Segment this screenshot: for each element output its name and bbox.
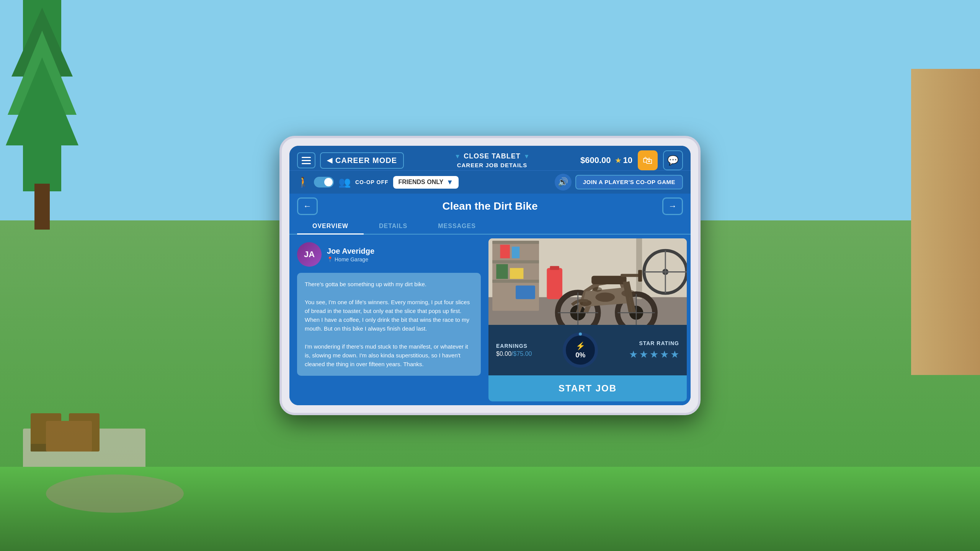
star-rating-label: STAR RATING <box>639 340 679 346</box>
start-job-label: START JOB <box>559 383 617 394</box>
svg-rect-37 <box>638 270 642 282</box>
coop-right: 🔊 JOIN A PLAYER'S CO-OP GAME <box>555 174 683 191</box>
stars-count: 10 <box>623 155 632 165</box>
friends-option-text: FRIENDS ONLY <box>399 179 444 186</box>
hamburger-button[interactable] <box>297 152 315 168</box>
avatar-initials: JA <box>304 249 315 259</box>
message-paragraph-3: I'm wondering if there's mud stuck to th… <box>305 342 473 369</box>
star-2: ★ <box>639 349 648 360</box>
header-center: ▼ CLOSE TABLET ▼ CAREER JOB DETAILS <box>454 152 529 168</box>
svg-rect-15 <box>492 260 539 263</box>
svg-rect-22 <box>550 266 559 270</box>
world-globe-icon: 🔊 <box>558 177 568 187</box>
close-tablet-label[interactable]: CLOSE TABLET <box>464 152 521 160</box>
left-arrow-icon: ← <box>303 201 312 211</box>
star-icon: ★ <box>615 156 622 165</box>
tab-details-label: DETAILS <box>379 223 407 229</box>
svg-rect-16 <box>492 280 539 283</box>
multi-player-icon: 👥 <box>338 176 351 188</box>
single-player-icon: 🚶 <box>297 176 309 188</box>
earnings-max: $75.00 <box>513 350 532 357</box>
svg-rect-21 <box>547 268 562 299</box>
job-title: Clean the Dirt Bike <box>318 200 662 212</box>
friends-dropdown[interactable]: FRIENDS ONLY ▼ <box>393 176 459 189</box>
earnings-section: EARNINGS $0.00/$75.00 <box>496 343 532 357</box>
header: ◀ CAREER MODE ▼ CLOSE TABLET ▼ CAREER JO… <box>289 146 691 170</box>
left-panel: JA Joe Averidge 📍 Home Garage There's go… <box>289 235 488 405</box>
start-job-button[interactable]: START JOB <box>488 375 687 401</box>
path <box>38 436 191 513</box>
header-right: $600.00 ★ 10 🛍 💬 <box>580 150 683 170</box>
coop-toggle[interactable] <box>314 177 334 187</box>
svg-point-41 <box>593 287 602 292</box>
hamburger-line-2 <box>302 160 311 161</box>
svg-rect-36 <box>621 274 640 277</box>
stars-badge: ★ 10 <box>615 155 632 165</box>
hamburger-line-3 <box>302 163 311 164</box>
progress-inner: ⚡ 0% <box>575 341 585 359</box>
svg-point-10 <box>46 474 184 513</box>
coop-bar: 🚶 👥 CO-OP OFF FRIENDS ONLY ▼ 🔊 JOIN A PL… <box>289 170 691 194</box>
chat-icon: 💬 <box>667 155 679 166</box>
lightning-icon: ⚡ <box>576 341 585 350</box>
client-message-box: There's gotta be something up with my di… <box>297 273 481 376</box>
balance-stars: $600.00 ★ 10 <box>580 155 632 165</box>
job-title-bar: ← Clean the Dirt Bike → <box>289 194 691 219</box>
career-mode-label: CAREER MODE <box>335 156 397 165</box>
client-location-text: Home Garage <box>335 256 368 262</box>
svg-rect-20 <box>512 247 519 258</box>
svg-rect-35 <box>591 276 626 284</box>
svg-rect-23 <box>516 285 535 299</box>
join-game-button[interactable]: JOIN A PLAYER'S CO-OP GAME <box>575 175 683 189</box>
back-arrow-icon: ◀ <box>327 156 332 165</box>
balance-amount: $600.00 <box>580 155 611 165</box>
trees-left <box>0 0 84 268</box>
stats-bar: EARNINGS $0.00/$75.00 <box>488 325 687 375</box>
tab-details[interactable]: DETAILS <box>364 219 423 234</box>
stars-row: ★ ★ ★ ★ ★ <box>629 349 679 360</box>
overview-content: JA Joe Averidge 📍 Home Garage There's go… <box>289 235 691 405</box>
star-rating-section: STAR RATING ★ ★ ★ ★ ★ <box>629 340 679 360</box>
tabs-row: OVERVIEW DETAILS MESSAGES <box>289 219 691 235</box>
coop-off-label: CO-OP OFF <box>355 179 389 185</box>
right-panel: EARNINGS $0.00/$75.00 <box>488 235 691 405</box>
toggle-knob <box>324 178 333 186</box>
svg-rect-17 <box>496 264 508 279</box>
svg-rect-4 <box>34 184 50 230</box>
svg-rect-14 <box>492 241 539 244</box>
garage-scene-svg <box>488 238 687 325</box>
svg-rect-18 <box>510 268 524 279</box>
message-paragraph-2: You see, I'm one of life's winners. Ever… <box>305 298 473 333</box>
svg-rect-19 <box>500 245 510 259</box>
friends-dropdown-chevron-icon: ▼ <box>446 178 453 186</box>
client-info: JA Joe Averidge 📍 Home Garage <box>297 242 481 267</box>
tablet: ◀ CAREER MODE ▼ CLOSE TABLET ▼ CAREER JO… <box>279 136 701 415</box>
join-game-label: JOIN A PLAYER'S CO-OP GAME <box>583 179 675 185</box>
earnings-values: $0.00/$75.00 <box>496 350 532 357</box>
svg-point-38 <box>595 292 615 302</box>
tab-messages-label: MESSAGES <box>438 223 476 229</box>
client-location: 📍 Home Garage <box>327 256 374 262</box>
earnings-label: EARNINGS <box>496 343 528 349</box>
bike-image-area <box>488 238 687 325</box>
chat-button[interactable]: 💬 <box>663 150 683 170</box>
message-paragraph-1: There's gotta be something up with my di… <box>305 280 473 289</box>
svg-rect-24 <box>636 238 642 299</box>
tab-messages[interactable]: MESSAGES <box>423 219 491 234</box>
dropdown-arrow-right-icon: ▼ <box>524 153 530 160</box>
prev-job-button[interactable]: ← <box>297 197 318 215</box>
main-content: ← Clean the Dirt Bike → OVERVIEW DETAILS… <box>289 194 691 405</box>
header-left: ◀ CAREER MODE <box>297 152 404 169</box>
right-arrow-icon: → <box>668 201 677 211</box>
shop-button[interactable]: 🛍 <box>638 150 658 170</box>
client-details: Joe Averidge 📍 Home Garage <box>327 247 374 262</box>
career-mode-button[interactable]: ◀ CAREER MODE <box>320 152 404 169</box>
next-job-button[interactable]: → <box>662 197 683 215</box>
dropdown-arrow-left-icon: ▼ <box>454 153 461 160</box>
avatar: JA <box>297 242 322 267</box>
close-tablet-row: ▼ CLOSE TABLET ▼ <box>454 152 529 160</box>
hamburger-line-1 <box>302 157 311 158</box>
star-1: ★ <box>629 349 638 360</box>
tab-overview[interactable]: OVERVIEW <box>297 219 364 235</box>
world-icon-button[interactable]: 🔊 <box>555 174 572 191</box>
